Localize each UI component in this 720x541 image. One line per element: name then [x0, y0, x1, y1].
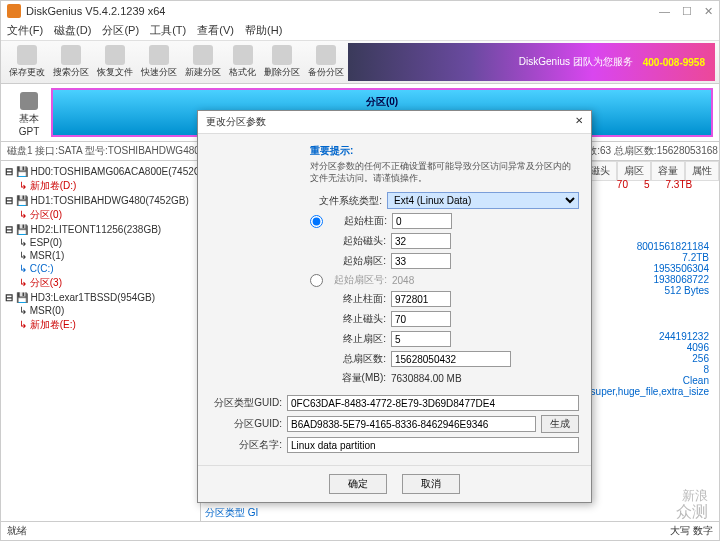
total-sec-input[interactable] — [391, 351, 511, 367]
start-cyl-input[interactable] — [392, 213, 452, 229]
end-head-input[interactable] — [391, 311, 451, 327]
fs-type-select[interactable]: Ext4 (Linux Data) — [387, 192, 579, 209]
end-cyl-input[interactable] — [391, 291, 451, 307]
radio-start-lba[interactable] — [310, 274, 323, 287]
start-sec-input[interactable] — [391, 253, 451, 269]
end-sec-input[interactable] — [391, 331, 451, 347]
hint-desc: 对分区参数的任何不正确设置都可能导致分区访问异常及分区内的文件无法访问。请谨慎操… — [310, 161, 579, 184]
modify-partition-dialog: 更改分区参数 ✕ 重要提示: 对分区参数的任何不正确设置都可能导致分区访问异常及… — [197, 110, 592, 503]
hint-title: 重要提示: — [310, 144, 579, 158]
start-head-input[interactable] — [391, 233, 451, 249]
part-name-input[interactable] — [287, 437, 579, 453]
ok-button[interactable]: 确定 — [329, 474, 387, 494]
dialog-close-icon[interactable]: ✕ — [575, 115, 583, 129]
generate-button[interactable]: 生成 — [541, 415, 579, 433]
radio-start-chs[interactable] — [310, 215, 323, 228]
part-guid-input[interactable] — [287, 416, 536, 432]
dialog-title: 更改分区参数 — [206, 115, 266, 129]
watermark: 新浪 众测 — [676, 489, 708, 521]
ptype-guid-input[interactable] — [287, 395, 579, 411]
cancel-button[interactable]: 取消 — [402, 474, 460, 494]
